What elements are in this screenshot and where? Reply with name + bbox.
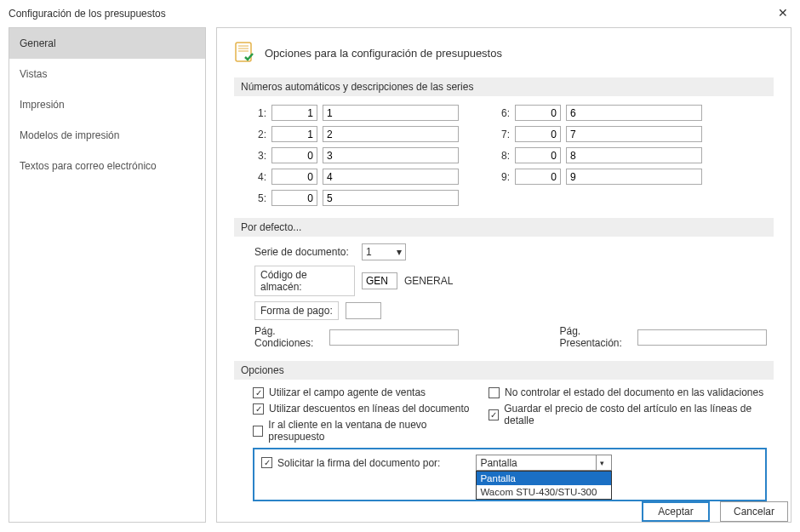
series-label: 3: (254, 150, 266, 162)
checkbox[interactable] (489, 409, 499, 420)
pago-label[interactable]: Forma de pago: (254, 301, 339, 320)
pag-pres-label: Pág. Presentación: (559, 325, 631, 349)
pag-cond-label: Pág. Condiciones: (254, 325, 323, 349)
checkbox[interactable] (489, 387, 500, 398)
config-icon (234, 42, 256, 64)
combo-option[interactable]: Wacom STU-430/STU-300 (477, 485, 611, 499)
serie-doc-value: 1 (366, 246, 372, 258)
sidebar-item-modelos[interactable]: Modelos de impresión (9, 120, 205, 151)
firma-combo-value: Pantalla (480, 457, 517, 469)
page-title: Opciones para la configuración de presup… (265, 47, 502, 60)
window-title: Configuración de los presupuestos (9, 8, 166, 20)
series-num-input[interactable] (515, 169, 561, 185)
series-num-input[interactable] (271, 126, 317, 142)
series-label: 2: (254, 129, 266, 140)
section-series-title: Números automáticos y descripciones de l… (234, 77, 774, 96)
sidebar-item-impresion[interactable]: Impresión (9, 89, 205, 120)
series-num-input[interactable] (271, 169, 317, 185)
series-label: 9: (498, 171, 510, 183)
series-num-input[interactable] (271, 105, 317, 121)
checkbox[interactable] (253, 387, 264, 398)
series-desc-input[interactable] (566, 169, 702, 185)
series-num-input[interactable] (515, 105, 561, 121)
opt-label: Utilizar el campo agente de ventas (269, 386, 426, 398)
opt-label: Guardar el precio de costo del artículo … (504, 403, 767, 426)
series-label: 5: (254, 192, 266, 204)
close-icon[interactable]: ✕ (774, 5, 791, 22)
content-panel: Opciones para la configuración de presup… (216, 27, 791, 523)
almacen-name: GENERAL (404, 275, 453, 287)
pag-pres-input[interactable] (637, 329, 767, 346)
series-desc-input[interactable] (323, 147, 459, 163)
firma-label: Solicitar la firma del documento por: (277, 457, 440, 469)
serie-doc-select[interactable]: 1 ▾ (362, 243, 406, 260)
series-desc-input[interactable] (323, 105, 459, 121)
series-num-input[interactable] (515, 147, 561, 163)
series-num-input[interactable] (271, 190, 317, 206)
firma-combo[interactable]: Pantalla ▾ Pantalla Wacom STU-430/STU-30… (476, 455, 612, 471)
pag-cond-input[interactable] (329, 329, 459, 346)
cancel-button[interactable]: Cancelar (720, 501, 788, 522)
sidebar-item-textos[interactable]: Textos para correo electrónico (9, 151, 205, 181)
checkbox[interactable] (253, 426, 263, 437)
section-defaults-title: Por defecto... (234, 218, 774, 237)
checkbox[interactable] (253, 403, 264, 415)
section-options-title: Opciones (234, 361, 774, 380)
series-num-input[interactable] (271, 147, 317, 163)
almacen-label[interactable]: Código de almacén: (254, 266, 355, 296)
combo-option[interactable]: Pantalla (477, 472, 611, 485)
chevron-down-icon: ▾ (596, 455, 608, 470)
sidebar: General Vistas Impresión Modelos de impr… (9, 27, 206, 523)
sidebar-item-vistas[interactable]: Vistas (9, 59, 205, 89)
chevron-down-icon: ▾ (397, 246, 402, 258)
series-desc-input[interactable] (566, 105, 702, 121)
series-desc-input[interactable] (323, 126, 459, 142)
series-label: 8: (498, 150, 510, 162)
accept-button[interactable]: Aceptar (642, 501, 710, 522)
almacen-code-input[interactable] (362, 272, 397, 289)
pago-input[interactable] (346, 302, 381, 319)
opt-label: Ir al cliente en la ventana de nuevo pre… (268, 419, 473, 443)
series-num-input[interactable] (515, 126, 561, 142)
sidebar-item-general[interactable]: General (9, 28, 205, 59)
series-label: 1: (254, 107, 266, 119)
series-label: 4: (254, 171, 266, 183)
checkbox-firma[interactable] (261, 457, 272, 468)
series-desc-input[interactable] (323, 169, 459, 185)
series-desc-input[interactable] (323, 190, 459, 206)
series-label: 7: (498, 129, 510, 140)
serie-doc-label: Serie de documento: (254, 246, 355, 258)
opt-label: No controlar el estado del documento en … (505, 386, 763, 398)
firma-highlight-box: Solicitar la firma del documento por: Pa… (253, 448, 767, 501)
series-label: 6: (498, 107, 510, 119)
firma-combo-list: Pantalla Wacom STU-430/STU-300 (476, 471, 612, 500)
series-desc-input[interactable] (566, 147, 702, 163)
opt-label: Utilizar descuentos en líneas del docume… (269, 403, 469, 415)
series-desc-input[interactable] (566, 126, 702, 142)
